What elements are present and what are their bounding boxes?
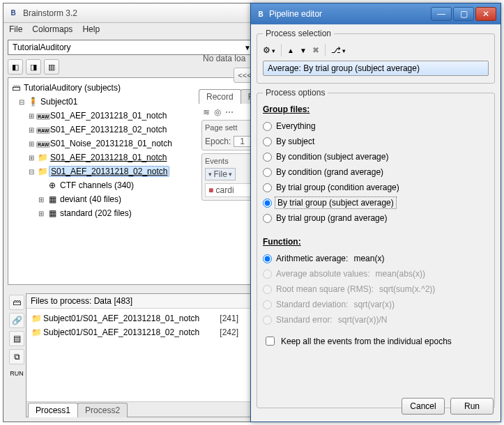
db-icon: 🗃 (10, 83, 22, 93)
move-down-button[interactable] (300, 45, 307, 55)
file-menu-button[interactable]: ▾ File ▾ (205, 168, 236, 180)
files-area: 🗃 🔗 ▤ ⧉ RUN Files to process: Data [483]… (8, 293, 256, 417)
layers-icon[interactable]: ≋ (203, 107, 210, 117)
folder-icon: 📁 (29, 327, 43, 337)
folder-icon: 📁 (36, 167, 49, 176)
main-title: Brainstorm 3.2 (23, 8, 77, 18)
app-icon: B (255, 8, 266, 20)
group-files-heading: Group files: (263, 105, 489, 114)
expand-icon[interactable]: ⊞ (36, 196, 46, 203)
radio[interactable] (263, 199, 272, 208)
tab-process1[interactable]: Process1 (28, 403, 78, 417)
tab-process2[interactable]: Process2 (77, 403, 128, 417)
separator (325, 44, 326, 56)
dialog-buttons: Cancel Run (402, 398, 494, 415)
group-option-selected[interactable]: By trial group (subject average) (263, 195, 489, 210)
group-option[interactable]: By subject (263, 134, 489, 149)
radio (263, 270, 272, 279)
protocol-value: TutorialAuditory (13, 42, 71, 52)
move-up-button[interactable] (287, 45, 294, 55)
tab-record[interactable]: Record (199, 89, 241, 104)
minimize-button[interactable]: — (431, 7, 452, 21)
studies-view-icon[interactable]: ◨ (26, 59, 41, 75)
close-button[interactable]: ✕ (475, 7, 496, 21)
function-option: Standard deviation: sqrt(var(x)) (263, 297, 489, 312)
radio[interactable] (263, 183, 272, 192)
link-icon[interactable]: 🔗 (9, 313, 24, 328)
subjects-view-icon[interactable]: ◧ (8, 59, 23, 75)
run-label[interactable]: RUN (10, 370, 24, 377)
display-icon[interactable]: ▥ (44, 59, 59, 75)
menu-colormaps[interactable]: Colormaps (32, 24, 72, 36)
file-row[interactable]: 📁 Subject01/S01_AEF_20131218_01_notch [2… (29, 311, 252, 325)
run-button[interactable]: Run (450, 398, 494, 415)
radio[interactable] (263, 153, 272, 162)
menu-help[interactable]: Help (82, 24, 100, 36)
selected-process[interactable]: Average: By trial group (subject average… (263, 61, 489, 76)
radio[interactable] (263, 214, 272, 223)
gear-icon[interactable] (263, 45, 275, 55)
process-options-legend: Process options (263, 88, 328, 98)
target-icon[interactable]: ◎ (214, 107, 221, 117)
radio (263, 285, 272, 294)
radio[interactable] (263, 254, 272, 263)
epoch-value[interactable]: 1 (234, 136, 251, 147)
expand-icon[interactable]: ⊞ (26, 112, 36, 120)
expand-icon[interactable]: ⊞ (26, 154, 36, 162)
dialog-title: Pipeline editor (269, 9, 322, 19)
group-option[interactable]: By trial group (condition average) (263, 180, 489, 195)
copy-icon[interactable]: ⧉ (9, 349, 24, 364)
keep-events-checkbox[interactable]: Keep all the events from the individual … (263, 334, 489, 348)
collapse-icon[interactable]: ⊟ (17, 98, 26, 106)
function-option: Standard error: sqrt(var(x))/N (263, 312, 489, 327)
cancel-button[interactable]: Cancel (402, 398, 445, 415)
subject-icon: 🧍 (26, 97, 39, 107)
function-option[interactable]: Arithmetic average: mean(x) (263, 251, 489, 266)
files-header: Files to process: Data [483] (26, 294, 255, 309)
radio[interactable] (263, 137, 272, 146)
expand-icon[interactable]: ⊞ (26, 140, 36, 148)
raw-icon: RAW (36, 111, 49, 121)
collapse-icon[interactable]: ⊟ (26, 168, 36, 176)
pipeline-editor-dialog: B Pipeline editor — ▢ ✕ Process selectio… (250, 3, 501, 422)
selection-toolbar (263, 42, 489, 61)
function-heading: Function: (263, 237, 489, 247)
stack-icon[interactable]: ▤ (9, 331, 24, 346)
dialog-titlebar[interactable]: B Pipeline editor — ▢ ✕ (251, 3, 501, 24)
group-option[interactable]: By trial group (grand average) (263, 210, 489, 226)
process-tabs: Process1 Process2 (26, 401, 255, 417)
process-selection-group: Process selection Average: By trial grou… (257, 29, 495, 84)
app-icon: B (8, 8, 19, 19)
raw-icon: RAW (36, 125, 49, 134)
file-row[interactable]: 📁 Subject01/S01_AEF_20131218_02_notch [2… (29, 325, 252, 339)
delete-button[interactable] (312, 45, 319, 55)
files-box: Files to process: Data [483] 📁 Subject01… (26, 293, 256, 417)
epoch-label: Epoch: (205, 137, 231, 146)
radio[interactable] (263, 168, 272, 177)
group-icon: ▦ (46, 208, 59, 218)
function-option: Root mean square (RMS): sqrt(sum(x.^2)) (263, 281, 489, 297)
db-icon[interactable]: 🗃 (9, 295, 24, 310)
process-toolbar: 🗃 🔗 ▤ ⧉ RUN (8, 293, 26, 417)
process-options-group: Process options Group files: Everything … (257, 88, 495, 408)
group-option[interactable]: Everything (263, 118, 489, 134)
process-selection-legend: Process selection (263, 29, 334, 38)
expand-icon[interactable]: ⊞ (26, 126, 36, 134)
menu-icon[interactable]: ⋯ (225, 107, 234, 117)
brainstorm-main-window: B Brainstorm 3.2 File Colormaps Help Tut… (3, 3, 261, 422)
group-option[interactable]: By condition (grand average) (263, 164, 489, 180)
menu-file[interactable]: File (9, 24, 22, 36)
checkbox[interactable] (266, 337, 275, 346)
branch-button[interactable] (331, 45, 346, 55)
raw-icon: RAW (36, 139, 49, 148)
separator (281, 44, 282, 56)
function-option: Average absolute values: mean(abs(x)) (263, 266, 489, 281)
group-icon: ▦ (46, 194, 59, 204)
maximize-button[interactable]: ▢ (453, 7, 474, 21)
radio (263, 300, 272, 309)
radio[interactable] (263, 122, 272, 131)
expand-icon[interactable]: ⊞ (36, 210, 46, 217)
group-option[interactable]: By condition (subject average) (263, 149, 489, 164)
files-list[interactable]: 📁 Subject01/S01_AEF_20131218_01_notch [2… (26, 309, 255, 401)
channels-icon: ⊕ (46, 180, 59, 190)
